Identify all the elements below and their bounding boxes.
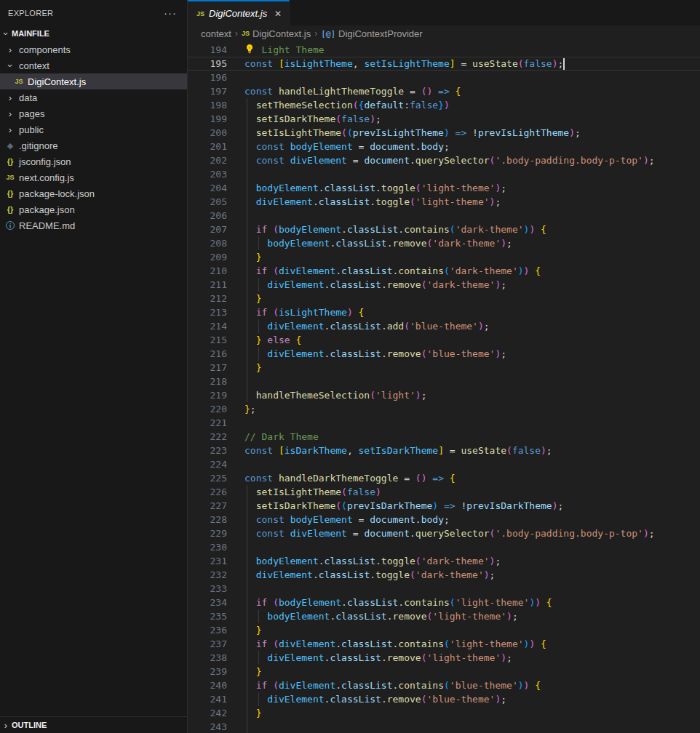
- indent-guide: [247, 181, 247, 195]
- line-number: 239: [188, 665, 227, 678]
- tree-item-label: package.json: [19, 204, 75, 215]
- indent-guide: [247, 568, 247, 582]
- code-line[interactable]: 227 setIsDarkTheme((prevIsDarkTheme) => …: [188, 499, 700, 513]
- indent-guide: [258, 692, 259, 706]
- code-line[interactable]: 203: [188, 167, 700, 181]
- code-line[interactable]: 204 bodyElement.classList.toggle('light-…: [188, 181, 700, 195]
- code-line[interactable]: 205 divElement.classList.toggle('light-t…: [188, 195, 700, 209]
- line-number: 233: [188, 582, 227, 596]
- code-line[interactable]: 224: [188, 457, 700, 471]
- tree-item-data[interactable]: ›data: [0, 89, 187, 105]
- code-line[interactable]: 229 const divElement = document.querySel…: [188, 526, 700, 540]
- line-number: 218: [188, 374, 227, 388]
- code-line[interactable]: 199 setIsDarkTheme(false);: [188, 112, 700, 126]
- code-line[interactable]: 209 }: [188, 250, 700, 264]
- code-line[interactable]: 237 if (divElement.classList.contains('l…: [188, 637, 700, 651]
- code-line[interactable]: 228 const bodyElement = document.body;: [188, 513, 700, 526]
- breadcrumb: context›JSDigiContext.js›[@]DigiContextP…: [188, 25, 700, 41]
- code-line[interactable]: 200 setIsLightTheme((prevIsLightTheme) =…: [188, 126, 700, 140]
- lightbulb-icon[interactable]: [244, 44, 256, 57]
- code-line[interactable]: 221: [188, 416, 700, 430]
- code-line[interactable]: 217 }: [188, 361, 700, 374]
- code-line[interactable]: 243: [188, 720, 700, 733]
- code-line[interactable]: 223const [isDarkTheme, setIsDarkTheme] =…: [188, 444, 700, 457]
- tree-item-pages[interactable]: ›pages: [0, 105, 187, 121]
- code-line[interactable]: 195const [isLightTheme, setIsLightTheme]…: [188, 57, 700, 71]
- line-number: 224: [188, 457, 227, 471]
- code-line[interactable]: 196: [188, 71, 700, 84]
- indent-guide: [247, 513, 247, 526]
- tree-item-package-lock-json[interactable]: {}package-lock.json: [0, 185, 187, 201]
- close-icon[interactable]: ✕: [274, 9, 282, 19]
- tab-digicontext[interactable]: JSDigiContext.js✕: [188, 0, 290, 25]
- tree-item-next-config-js[interactable]: JSnext.config.js: [0, 169, 187, 185]
- code-line[interactable]: 208 bodyElement.classList.remove('dark-t…: [188, 236, 700, 250]
- outline-section-header[interactable]: › OUTLINE: [0, 716, 187, 733]
- tree-item-digicontext-js[interactable]: JSDigiContext.js: [0, 73, 187, 89]
- code-line[interactable]: 240 if (divElement.classList.contains('b…: [188, 678, 700, 692]
- code-line[interactable]: 235 bodyElement.classList.remove('light-…: [188, 609, 700, 623]
- code-line[interactable]: 194 Light Theme: [188, 43, 700, 57]
- code-line[interactable]: 215 } else {: [188, 333, 700, 347]
- code-line[interactable]: 202 const divElement = document.querySel…: [188, 153, 700, 167]
- indent-guide: [247, 692, 247, 706]
- code-line[interactable]: 236 }: [188, 623, 700, 637]
- indent-guide: [247, 223, 247, 236]
- tree-item--gitignore[interactable]: ◆.gitignore: [0, 137, 187, 153]
- tree-item-jsconfig-json[interactable]: {}jsconfig.json: [0, 153, 187, 169]
- code-line[interactable]: 231 bodyElement.classList.toggle('dark-t…: [188, 554, 700, 568]
- more-actions-icon[interactable]: ···: [164, 7, 177, 18]
- code-line[interactable]: 232 divElement.classList.toggle('dark-th…: [188, 568, 700, 582]
- code-line[interactable]: 238 divElement.classList.remove('light-t…: [188, 651, 700, 665]
- indent-guide: [258, 278, 259, 292]
- indent-guide: [247, 305, 247, 319]
- code-line[interactable]: 222// Dark Theme: [188, 430, 700, 444]
- code-line[interactable]: 239 }: [188, 665, 700, 678]
- line-number: 205: [188, 195, 227, 209]
- code-line[interactable]: 220};: [188, 402, 700, 416]
- readme-info-icon: i: [6, 221, 15, 230]
- code-line[interactable]: 241 divElement.classList.remove('blue-th…: [188, 692, 700, 706]
- breadcrumb-item-digicontextprovider[interactable]: [@]DigiContextProvider: [321, 28, 422, 39]
- line-number: 207: [188, 223, 227, 236]
- breadcrumb-item-digicontext-js[interactable]: JSDigiContext.js: [242, 28, 311, 39]
- code-line[interactable]: 230: [188, 540, 700, 554]
- code-line[interactable]: 226 setIsLightTheme(false): [188, 485, 700, 499]
- line-number: 243: [188, 720, 227, 733]
- tree-item-components[interactable]: ›components: [0, 41, 187, 57]
- code-line[interactable]: 218: [188, 374, 700, 388]
- code-line[interactable]: 214 divElement.classList.add('blue-theme…: [188, 319, 700, 333]
- symbol-icon: [@]: [321, 29, 335, 39]
- code-line[interactable]: 212 }: [188, 292, 700, 305]
- indent-guide: [247, 250, 247, 264]
- code-line[interactable]: 233: [188, 582, 700, 596]
- indent-guide: [247, 665, 247, 678]
- breadcrumb-item-context[interactable]: context: [201, 28, 231, 39]
- code-line[interactable]: 206: [188, 209, 700, 223]
- workspace-section-header[interactable]: › MAINFILE: [0, 25, 187, 41]
- code-line[interactable]: 210 if (divElement.classList.contains('d…: [188, 264, 700, 278]
- code-line[interactable]: 242 }: [188, 706, 700, 720]
- js-file-icon: JS: [15, 78, 23, 85]
- code-line[interactable]: 216 divElement.classList.remove('blue-th…: [188, 347, 700, 361]
- tree-item-context[interactable]: ›context: [0, 57, 187, 73]
- line-number: 238: [188, 651, 227, 665]
- tree-item-public[interactable]: ›public: [0, 121, 187, 137]
- chevron-right-icon: ›: [4, 124, 16, 135]
- code-line[interactable]: 197const handleLightThemeToggle = () => …: [188, 84, 700, 98]
- code-editor[interactable]: 194 Light Theme195const [isLightTheme, s…: [188, 41, 700, 733]
- tree-item-readme-md[interactable]: iREADME.md: [0, 217, 187, 233]
- line-number: 215: [188, 333, 227, 347]
- code-line[interactable]: 213 if (isLightTheme) {: [188, 305, 700, 319]
- indent-guide: [258, 347, 259, 361]
- line-number: 199: [188, 112, 227, 126]
- code-line[interactable]: 198 setThemeSelection({default:false}): [188, 98, 700, 112]
- code-line[interactable]: 207 if (bodyElement.classList.contains('…: [188, 223, 700, 236]
- tree-item-package-json[interactable]: {}package.json: [0, 201, 187, 217]
- code-line[interactable]: 211 divElement.classList.remove('dark-th…: [188, 278, 700, 292]
- code-line[interactable]: 219 handleThemeSelection('light');: [188, 388, 700, 402]
- code-line[interactable]: 234 if (bodyElement.classList.contains('…: [188, 596, 700, 609]
- breadcrumb-label: DigiContext.js: [252, 28, 311, 39]
- code-line[interactable]: 201 const bodyElement = document.body;: [188, 140, 700, 153]
- code-line[interactable]: 225const handleDarkThemeToggle = () => {: [188, 471, 700, 485]
